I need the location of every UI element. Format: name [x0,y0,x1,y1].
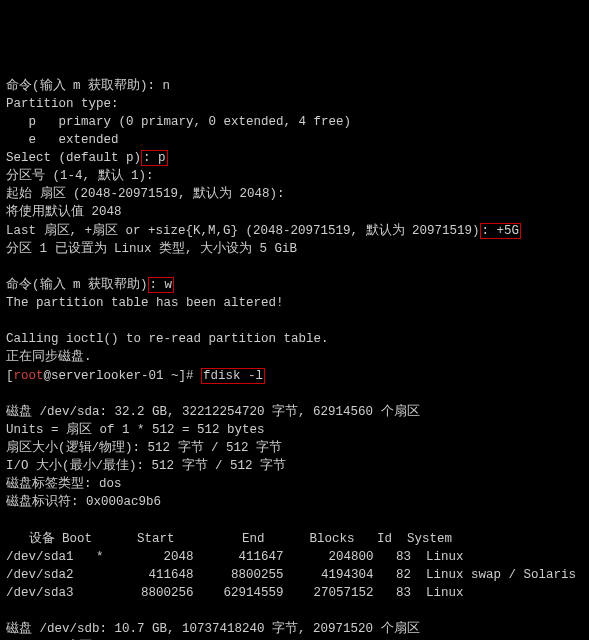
text-line: 扇区大小(逻辑/物理): 512 字节 / 512 字节 [6,441,282,455]
select-line: Select (default p): p [6,150,168,166]
disk-sdb-header: 磁盘 /dev/sdb: 10.7 GB, 10737418240 字节, 20… [6,622,420,636]
terminal-output: 命令(输入 m 获取帮助): n Partition type: p prima… [6,77,583,641]
partition-row-sda3: /dev/sda3 8800256 62914559 27057152 83 L… [6,586,464,600]
shell-prompt[interactable]: [root@serverlooker-01 ~]# fdisk -l [6,368,265,384]
disk-sda-header: 磁盘 /dev/sda: 32.2 GB, 32212254720 字节, 62… [6,405,420,419]
highlight-input-size: : +5G [480,223,522,239]
cmd-prompt-line: 命令(输入 m 获取帮助): n [6,79,170,93]
text-line: 正在同步磁盘. [6,350,92,364]
text-line: I/O 大小(最小/最佳): 512 字节 / 512 字节 [6,459,286,473]
text-line: 磁盘标签类型: dos [6,477,122,491]
text-line: Calling ioctl() to re-read partition tab… [6,332,329,346]
partition-table-header: 设备 Boot Start End Blocks Id System [6,532,452,546]
text-line: Partition type: [6,97,119,111]
text-line: 分区号 (1-4, 默认 1): [6,169,154,183]
text-line: e extended [6,133,119,147]
cmd-prompt-line: 命令(输入 m 获取帮助): w [6,277,174,293]
text-line: 将使用默认值 2048 [6,205,122,219]
text-line: 磁盘标识符: 0x000ac9b6 [6,495,161,509]
text-line: 起始 扇区 (2048-20971519, 默认为 2048): [6,187,285,201]
partition-row-sda1: /dev/sda1 * 2048 411647 204800 83 Linux [6,550,464,564]
text-line: p primary (0 primary, 0 extended, 4 free… [6,115,351,129]
last-sector-line: Last 扇区, +扇区 or +size{K,M,G} (2048-20971… [6,223,521,239]
highlight-input-p: : p [141,150,168,166]
highlight-cmd-fdisk: fdisk -l [201,368,265,384]
text-line: Units = 扇区 of 1 * 512 = 512 bytes [6,423,265,437]
text-line: The partition table has been altered! [6,296,284,310]
text-line: 分区 1 已设置为 Linux 类型, 大小设为 5 GiB [6,242,297,256]
partition-row-sda2: /dev/sda2 411648 8800255 4194304 82 Linu… [6,568,576,582]
highlight-input-w: : w [148,277,175,293]
